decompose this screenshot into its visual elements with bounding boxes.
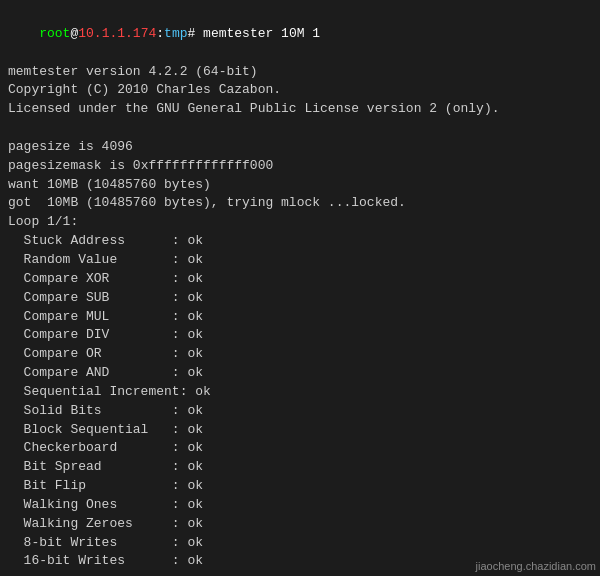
prompt-user: root (39, 26, 70, 41)
output-compare-and: Compare AND : ok (8, 364, 592, 383)
output-walking-ones: Walking Ones : ok (8, 496, 592, 515)
output-sequential-increment: Sequential Increment: ok (8, 383, 592, 402)
output-bit-spread: Bit Spread : ok (8, 458, 592, 477)
output-line-1: memtester version 4.2.2 (64-bit) (8, 63, 592, 82)
output-line-2: Copyright (C) 2010 Charles Cazabon. (8, 81, 592, 100)
output-walking-zeroes: Walking Zeroes : ok (8, 515, 592, 534)
output-compare-or: Compare OR : ok (8, 345, 592, 364)
output-stuck-address: Stuck Address : ok (8, 232, 592, 251)
output-got: got 10MB (10485760 bytes), trying mlock … (8, 194, 592, 213)
output-pagesizem ask: pagesizemask is 0xfffffffffffff000 (8, 157, 592, 176)
output-compare-sub: Compare SUB : ok (8, 289, 592, 308)
prompt-path: tmp (164, 26, 187, 41)
output-pagesize: pagesize is 4096 (8, 138, 592, 157)
output-solid-bits: Solid Bits : ok (8, 402, 592, 421)
output-block-sequential: Block Sequential : ok (8, 421, 592, 440)
prompt-colon: : (156, 26, 164, 41)
output-random-value: Random Value : ok (8, 251, 592, 270)
prompt-host: 10.1.1.174 (78, 26, 156, 41)
output-bit-flip: Bit Flip : ok (8, 477, 592, 496)
watermark: jiaocheng.chazidian.com (476, 560, 596, 572)
prompt-line: root@10.1.1.174:tmp# memtester 10M 1 (8, 6, 592, 63)
output-checkerboard: Checkerboard : ok (8, 439, 592, 458)
empty-line-1 (8, 119, 592, 138)
terminal-window: root@10.1.1.174:tmp# memtester 10M 1 mem… (0, 0, 600, 576)
output-loop: Loop 1/1: (8, 213, 592, 232)
prompt-cmd: memtester 10M 1 (195, 26, 320, 41)
output-compare-mul: Compare MUL : ok (8, 308, 592, 327)
output-compare-div: Compare DIV : ok (8, 326, 592, 345)
output-8bit-writes: 8-bit Writes : ok (8, 534, 592, 553)
output-line-3: Licensed under the GNU General Public Li… (8, 100, 592, 119)
output-want: want 10MB (10485760 bytes) (8, 176, 592, 195)
done-line: Done. (8, 571, 592, 576)
output-compare-xor: Compare XOR : ok (8, 270, 592, 289)
